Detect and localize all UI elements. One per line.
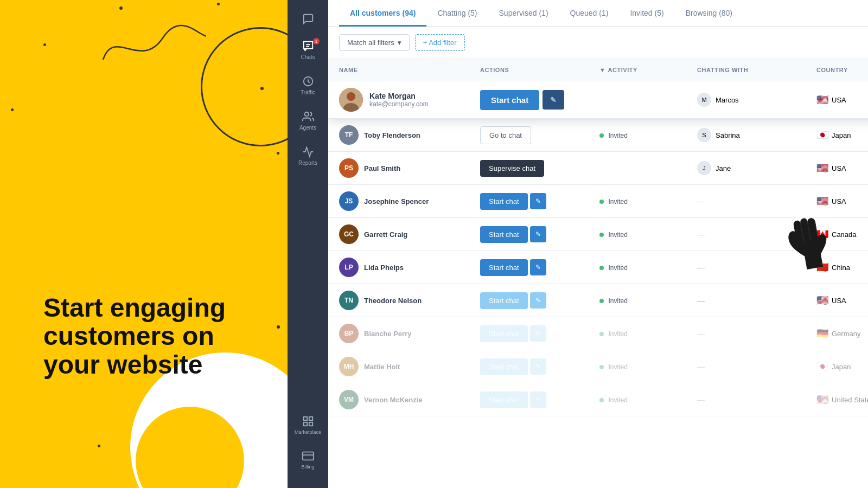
sabrina-name: Sabrina <box>716 131 740 139</box>
tab-chatting[interactable]: Chatting (5) <box>426 0 488 27</box>
chevron-down-icon: ▾ <box>398 38 401 47</box>
toby-go-to-chat-button[interactable]: Go to chat <box>480 126 531 144</box>
germany-flag: 🇩🇪 <box>816 328 828 339</box>
mattie-country: 🇯🇵 Japan <box>816 361 868 373</box>
theodore-agent: — <box>697 296 816 305</box>
paul-customer: PS Paul Smith <box>339 158 480 178</box>
vernon-status-dot <box>599 398 604 402</box>
agents-icon <box>302 111 314 123</box>
paul-avatar: PS <box>339 158 359 178</box>
theodore-status-text: Invited <box>608 297 627 305</box>
garrett-edit-button[interactable]: ✎ <box>530 226 546 242</box>
headline: Start engaging customers on your website <box>43 294 260 380</box>
popup-actions: Start chat ✎ <box>480 90 599 110</box>
sidebar-item-marketplace[interactable]: Marketplace <box>288 408 328 442</box>
jane-name: Jane <box>716 164 731 172</box>
mattie-start-chat-button[interactable]: Start chat <box>480 358 528 375</box>
popup-agent: M Marcos <box>697 93 816 107</box>
billing-icon <box>302 450 314 462</box>
popup-customer-info: Kate Morgan kate@company.com <box>339 88 480 112</box>
vernon-avatar: VM <box>339 390 359 409</box>
col-activity: ▼ ACTIVITY <box>599 63 697 76</box>
sidebar-item-billing[interactable]: Billing <box>288 442 328 477</box>
josephine-avatar: JS <box>339 191 359 211</box>
tab-supervised[interactable]: Supervised (1) <box>488 0 559 27</box>
kate-start-chat-button[interactable]: Start chat <box>480 90 539 110</box>
blanche-edit-button[interactable]: ✎ <box>530 325 546 342</box>
vernon-start-chat-button[interactable]: Start chat <box>480 391 528 408</box>
blanche-status-dot <box>599 332 604 336</box>
vernon-customer: VM Vernon McKenzie <box>339 390 480 409</box>
add-filter-button[interactable]: + Add filter <box>415 34 465 51</box>
lida-name: Lida Phelps <box>364 264 404 272</box>
add-filter-label: + Add filter <box>423 38 457 47</box>
josephine-name: Josephine Spencer <box>364 197 429 206</box>
svg-point-9 <box>347 92 355 101</box>
tabs-bar: All customers (94) Chatting (5) Supervis… <box>328 0 868 27</box>
vernon-edit-button[interactable]: ✎ <box>530 391 546 408</box>
theodore-edit-button[interactable]: ✎ <box>530 292 546 309</box>
sidebar-item-chats[interactable]: 1 Chats <box>288 33 328 68</box>
paul-agent: J Jane <box>697 161 816 175</box>
garrett-status-text: Invited <box>608 231 627 239</box>
mattie-status: Invited <box>599 362 697 371</box>
tab-browsing[interactable]: Browsing (80) <box>675 0 743 27</box>
tab-queued[interactable]: Queued (1) <box>559 0 620 27</box>
traffic-icon <box>302 75 314 87</box>
kate-name-email: Kate Morgan kate@company.com <box>369 92 429 108</box>
josephine-country: 🇺🇸 USA <box>816 195 868 207</box>
vernon-actions: Start chat ✎ <box>480 391 599 408</box>
blanche-start-chat-button[interactable]: Start chat <box>480 325 528 342</box>
col-chatting-with: CHATTING WITH <box>697 63 816 76</box>
sidebar-item-agents[interactable]: Agents <box>288 103 328 138</box>
content-area: Kate Morgan kate@company.com Start chat … <box>328 81 868 488</box>
paul-actions: Supervise chat <box>480 160 599 177</box>
jane-avatar: J <box>697 161 711 175</box>
theodore-country-name: USA <box>832 297 846 305</box>
toby-status: Invited <box>599 130 697 140</box>
toby-avatar: TF <box>339 125 359 145</box>
tab-all-customers[interactable]: All customers (94) <box>339 0 426 27</box>
table-row: TN Theodore Nelson Start chat ✎ Invited … <box>328 284 868 317</box>
marketplace-label: Marketplace <box>295 429 321 435</box>
josephine-edit-button[interactable]: ✎ <box>530 193 546 209</box>
match-filters-button[interactable]: Match all filters ▾ <box>339 34 410 51</box>
theodore-avatar: TN <box>339 291 359 310</box>
kate-avatar <box>339 88 363 112</box>
filter-bar: Match all filters ▾ + Add filter <box>328 27 868 59</box>
usa-flag2: 🇺🇸 <box>816 162 828 174</box>
theodore-status: Invited <box>599 296 697 305</box>
sidebar-item-reports[interactable]: Reports <box>288 138 328 174</box>
garrett-agent: — <box>697 229 816 239</box>
tab-invited[interactable]: Invited (5) <box>619 0 674 27</box>
lida-actions: Start chat ✎ <box>480 259 599 276</box>
blanche-status: Invited <box>599 329 697 338</box>
garrett-avatar: GC <box>339 224 359 244</box>
agents-label: Agents <box>299 125 316 131</box>
popup-row-kate: Kate Morgan kate@company.com Start chat … <box>328 81 868 119</box>
toby-status-text: Invited <box>608 132 627 139</box>
lida-start-chat-button[interactable]: Start chat <box>480 259 528 276</box>
lida-status-dot <box>599 266 604 270</box>
theodore-start-chat-button[interactable]: Start chat <box>480 292 528 309</box>
vernon-name: Vernon McKenzie <box>364 396 423 404</box>
mattie-edit-button[interactable]: ✎ <box>530 358 546 375</box>
chat-bubble-icon <box>302 13 314 25</box>
paul-country-name: USA <box>832 164 846 172</box>
main-content: All customers (94) Chatting (5) Supervis… <box>328 0 868 488</box>
table-body: TF Toby Flenderson Go to chat Invited S … <box>328 119 868 488</box>
svg-rect-2 <box>303 417 307 420</box>
vernon-country: 🇺🇸 United States <box>816 394 868 406</box>
paul-supervise-button[interactable]: Supervise chat <box>480 160 544 177</box>
sidebar-item-chat[interactable] <box>288 5 328 33</box>
lida-edit-button[interactable]: ✎ <box>530 259 546 275</box>
svg-rect-5 <box>303 422 307 426</box>
kate-edit-button[interactable]: ✎ <box>542 90 564 110</box>
sidebar-item-traffic[interactable]: Traffic <box>288 68 328 103</box>
chats-icon <box>302 40 314 52</box>
garrett-start-chat-button[interactable]: Start chat <box>480 226 528 243</box>
table-header: NAME ACTIONS ▼ ACTIVITY CHATTING WITH CO… <box>328 59 868 81</box>
josephine-start-chat-button[interactable]: Start chat <box>480 193 528 210</box>
josephine-status-dot <box>599 200 604 204</box>
usa-flag4: 🇺🇸 <box>816 294 828 306</box>
